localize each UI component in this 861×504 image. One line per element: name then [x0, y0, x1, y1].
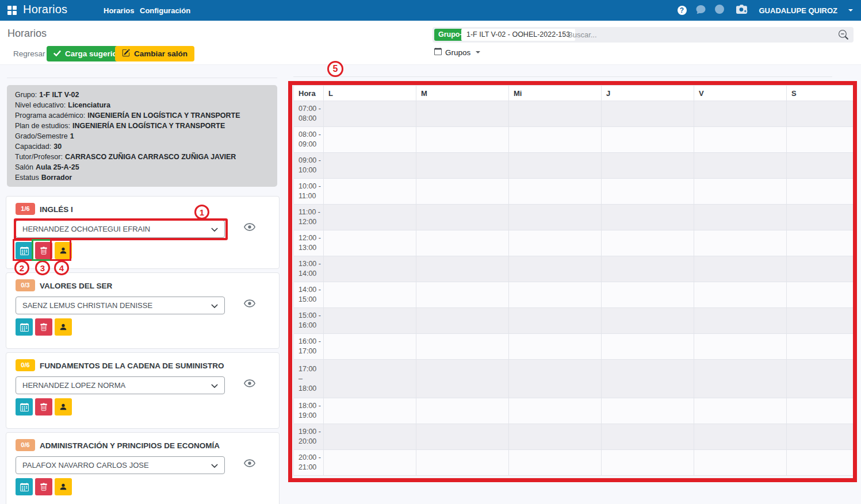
schedule-slot-mi-0[interactable]	[509, 101, 602, 127]
schedule-slot-mi-10[interactable]	[509, 360, 602, 398]
schedule-slot-m-2[interactable]	[416, 153, 509, 179]
schedule-slot-l-3[interactable]	[324, 179, 416, 205]
schedule-slot-s-0[interactable]	[787, 101, 854, 127]
schedule-slot-v-13[interactable]	[694, 450, 787, 476]
schedule-slot-j-1[interactable]	[602, 127, 694, 153]
schedule-slot-m-12[interactable]	[416, 424, 509, 450]
schedule-slot-mi-11[interactable]	[509, 398, 602, 424]
teacher-select[interactable]: HERNANDEZ OCHOATEGUI EFRAIN	[16, 220, 225, 238]
schedule-slot-v-4[interactable]	[694, 205, 787, 230]
help-icon[interactable]: ?	[678, 6, 687, 15]
back-button[interactable]: Regresar	[13, 49, 45, 58]
schedule-slot-j-0[interactable]	[602, 101, 694, 127]
view-button[interactable]	[243, 379, 256, 389]
user-menu[interactable]: GUADALUPE QUIROZ	[759, 6, 838, 15]
clock-icon[interactable]	[715, 5, 724, 16]
schedule-slot-j-10[interactable]	[602, 360, 694, 398]
schedule-slot-mi-3[interactable]	[509, 179, 602, 205]
schedule-slot-m-1[interactable]	[416, 127, 509, 153]
schedule-slot-j-3[interactable]	[602, 179, 694, 205]
schedule-button[interactable]	[16, 242, 33, 259]
view-button[interactable]	[243, 222, 256, 233]
schedule-slot-v-11[interactable]	[694, 398, 787, 424]
schedule-slot-l-9[interactable]	[324, 334, 416, 360]
nav-item-configuracion[interactable]: Configuración	[140, 6, 190, 15]
schedule-slot-mi-6[interactable]	[509, 256, 602, 282]
schedule-slot-m-10[interactable]	[416, 360, 509, 398]
delete-button[interactable]	[35, 398, 52, 415]
view-button[interactable]	[243, 459, 256, 469]
schedule-slot-m-6[interactable]	[416, 256, 509, 282]
delete-button[interactable]	[35, 478, 52, 495]
schedule-slot-s-13[interactable]	[787, 450, 854, 476]
schedule-slot-j-11[interactable]	[602, 398, 694, 424]
schedule-slot-v-2[interactable]	[694, 153, 787, 179]
schedule-slot-m-3[interactable]	[416, 179, 509, 205]
schedule-slot-l-10[interactable]	[324, 360, 416, 398]
schedule-slot-m-5[interactable]	[416, 230, 509, 256]
schedule-slot-s-10[interactable]	[787, 360, 854, 398]
schedule-slot-v-7[interactable]	[694, 282, 787, 308]
schedule-slot-v-0[interactable]	[694, 101, 787, 127]
schedule-slot-s-1[interactable]	[787, 127, 854, 153]
schedule-slot-j-8[interactable]	[602, 308, 694, 334]
schedule-slot-l-2[interactable]	[324, 153, 416, 179]
schedule-button[interactable]	[16, 318, 33, 336]
person-button[interactable]	[55, 318, 72, 336]
search-icon[interactable]	[839, 30, 848, 42]
schedule-slot-j-12[interactable]	[602, 424, 694, 450]
schedule-slot-l-12[interactable]	[324, 424, 416, 450]
schedule-slot-v-9[interactable]	[694, 334, 787, 360]
teacher-select[interactable]: PALAFOX NAVARRO CARLOS JOSE	[16, 456, 225, 474]
schedule-slot-m-7[interactable]	[416, 282, 509, 308]
person-button[interactable]	[55, 398, 72, 415]
schedule-slot-s-12[interactable]	[787, 424, 854, 450]
schedule-slot-m-8[interactable]	[416, 308, 509, 334]
person-button[interactable]	[55, 242, 72, 259]
schedule-slot-v-5[interactable]	[694, 230, 787, 256]
schedule-slot-l-7[interactable]	[324, 282, 416, 308]
schedule-slot-s-2[interactable]	[787, 153, 854, 179]
schedule-slot-j-6[interactable]	[602, 256, 694, 282]
schedule-slot-s-6[interactable]	[787, 256, 854, 282]
schedule-slot-l-6[interactable]	[324, 256, 416, 282]
schedule-slot-j-9[interactable]	[602, 334, 694, 360]
schedule-slot-mi-8[interactable]	[509, 308, 602, 334]
schedule-slot-s-7[interactable]	[787, 282, 854, 308]
schedule-slot-v-8[interactable]	[694, 308, 787, 334]
schedule-slot-l-8[interactable]	[324, 308, 416, 334]
view-button[interactable]	[243, 299, 256, 309]
schedule-slot-l-5[interactable]	[324, 230, 416, 256]
schedule-slot-v-3[interactable]	[694, 179, 787, 205]
schedule-slot-l-4[interactable]	[324, 205, 416, 230]
person-button[interactable]	[55, 478, 72, 495]
schedule-slot-s-11[interactable]	[787, 398, 854, 424]
schedule-slot-v-10[interactable]	[694, 360, 787, 398]
schedule-slot-v-6[interactable]	[694, 256, 787, 282]
schedule-slot-mi-4[interactable]	[509, 205, 602, 230]
schedule-slot-m-4[interactable]	[416, 205, 509, 230]
delete-button[interactable]	[35, 318, 52, 336]
schedule-slot-m-11[interactable]	[416, 398, 509, 424]
schedule-slot-s-9[interactable]	[787, 334, 854, 360]
schedule-slot-m-0[interactable]	[416, 101, 509, 127]
schedule-slot-l-1[interactable]	[324, 127, 416, 153]
nav-item-horarios[interactable]: Horarios	[104, 6, 134, 15]
schedule-slot-mi-5[interactable]	[509, 230, 602, 256]
search-input[interactable]: Buscar...	[568, 30, 597, 39]
schedule-slot-s-8[interactable]	[787, 308, 854, 334]
schedule-slot-s-5[interactable]	[787, 230, 854, 256]
schedule-slot-j-5[interactable]	[602, 230, 694, 256]
schedule-slot-m-13[interactable]	[416, 450, 509, 476]
chat-icon[interactable]	[695, 5, 706, 16]
delete-button[interactable]	[35, 242, 52, 259]
schedule-slot-s-3[interactable]	[787, 179, 854, 205]
teacher-select[interactable]: SAENZ LEMUS CHRISTIAN DENISSE	[16, 297, 225, 314]
schedule-slot-mi-7[interactable]	[509, 282, 602, 308]
schedule-slot-j-7[interactable]	[602, 282, 694, 308]
schedule-slot-v-1[interactable]	[694, 127, 787, 153]
schedule-button[interactable]	[16, 398, 33, 415]
camera-avatar-icon[interactable]	[736, 5, 748, 16]
schedule-slot-mi-12[interactable]	[509, 424, 602, 450]
schedule-slot-l-13[interactable]	[324, 450, 416, 476]
